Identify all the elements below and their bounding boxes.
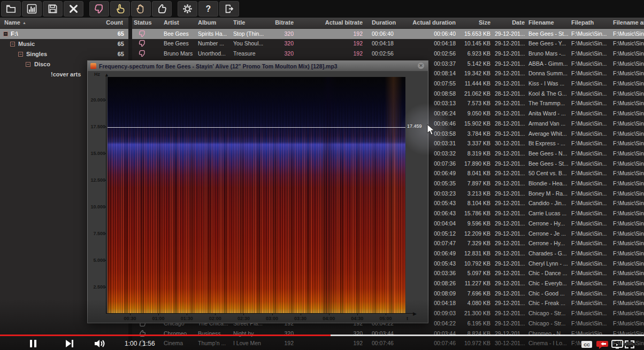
- cell-actual_bitrate: 192: [317, 49, 363, 59]
- mark-fake-button[interactable]: [89, 1, 109, 17]
- volume-button[interactable]: [94, 338, 108, 349]
- toolbar-separator: [85, 1, 89, 17]
- cards-button[interactable]: [596, 340, 609, 350]
- tree-expand-icon[interactable]: −: [10, 42, 15, 46]
- help-button[interactable]: ?: [198, 1, 218, 17]
- cell-size: 12.831 KB: [459, 248, 490, 259]
- cell-filepath: F:\Music\Sin...: [571, 329, 610, 339]
- tree-expand-icon[interactable]: −: [18, 52, 23, 57]
- tree-expand-icon[interactable]: −: [3, 32, 8, 36]
- column-header-date[interactable]: Date: [495, 19, 525, 26]
- save-button[interactable]: [43, 1, 63, 17]
- x-tick-label: 02:00: [204, 316, 226, 321]
- cell-size: 5.142 KB: [459, 59, 490, 69]
- cell-album: Unorthod...: [198, 49, 231, 59]
- cell-artist: Cinema: [164, 338, 197, 348]
- mark-good-button[interactable]: [152, 1, 172, 17]
- y-tick-label: 7.500: [88, 231, 105, 236]
- column-header-size[interactable]: Size: [459, 19, 490, 26]
- cell-filename_and_path: F:\Music\Singl: [613, 59, 644, 69]
- cell-filename_and_path: F:\Music\Singl: [613, 278, 644, 289]
- cell-size: 21.300 KB: [459, 308, 490, 318]
- cell-date: 29-12-201...: [495, 289, 525, 299]
- cell-filepath: F:\Music\Sin...: [571, 308, 610, 318]
- miniplayer-icon: [611, 340, 623, 349]
- cell-date: 29-12-201...: [495, 229, 525, 239]
- tree-item-label: F:\: [11, 29, 18, 39]
- column-header-album[interactable]: Album: [198, 19, 231, 26]
- cell-filepath: F:\Music\Sin...: [571, 49, 610, 59]
- miniplayer-button[interactable]: [611, 340, 623, 350]
- cell-filename: Chicago - Str...: [528, 308, 569, 318]
- cell-filename: Kiss - I Was ...: [528, 79, 569, 89]
- next-button[interactable]: [64, 338, 75, 349]
- thumb-down-icon: [94, 4, 104, 14]
- fullscreen-button[interactable]: [625, 340, 634, 350]
- spectrogram-window-titlebar[interactable]: Frequency-spectrum for Bee Gees - Stayin…: [88, 61, 428, 71]
- cell-filename_and_path: F:\Music\Singl: [613, 198, 644, 208]
- cell-size: 3.213 KB: [459, 189, 490, 199]
- table-row[interactable]: Bee GeesSpirits Ha...Stop (Thin...320192…: [132, 29, 644, 39]
- cell-date: 29-12-201...: [495, 38, 525, 49]
- column-header-bitrate[interactable]: Bitrate: [270, 19, 294, 26]
- column-header-title[interactable]: Title: [233, 19, 270, 26]
- cell-filename: ABBA - Gimm...: [528, 59, 569, 69]
- x-axis-end-label: t: [407, 316, 408, 321]
- cell-actual_duration: 00:04:18: [405, 38, 456, 49]
- tree-item-f-[interactable]: −F:\65: [0, 29, 128, 39]
- cell-filename_and_path: F:\Music\Singl: [613, 318, 644, 329]
- cell-filepath: F:\Music\Sin...: [571, 278, 610, 289]
- delete-button[interactable]: [64, 1, 83, 17]
- column-header-duration[interactable]: Duration: [372, 19, 409, 26]
- cell-filename: Carrie Lucas ...: [528, 208, 569, 219]
- x-tick-mark: [301, 313, 301, 315]
- tree-item-singles[interactable]: −Singles65: [0, 49, 128, 59]
- spectrogram-plot[interactable]: [108, 77, 405, 313]
- cell-date: 29-12-201...: [495, 318, 525, 329]
- cell-filepath: F:\Music\Sin...: [571, 119, 610, 129]
- mouse-cursor: [427, 124, 435, 136]
- y-tick-mark: [104, 234, 106, 234]
- pause-button[interactable]: [28, 338, 39, 349]
- mark-suspicious-button[interactable]: [110, 1, 130, 17]
- column-header-filepath[interactable]: Filepath: [571, 19, 610, 26]
- mark-hold-button[interactable]: [131, 1, 151, 17]
- tree-expand-icon[interactable]: −: [26, 62, 30, 67]
- tree-item-music[interactable]: −Music65: [0, 39, 128, 49]
- y-tick-label: 17.500: [88, 124, 105, 129]
- tree-item-label: Singles: [26, 49, 47, 59]
- column-header-artist[interactable]: Artist: [164, 19, 197, 26]
- spectrum-chart-button[interactable]: [22, 1, 42, 17]
- exit-button[interactable]: [219, 1, 239, 17]
- cell-filepath: F:\Music\Sin...: [571, 138, 610, 149]
- cell-filename: Chic - Good ...: [528, 289, 569, 299]
- cell-filename_and_path: F:\Music\Singl: [613, 238, 644, 248]
- subtitles-button[interactable]: CC: [581, 340, 593, 350]
- cell-filename_and_path: F:\Music\Singl: [613, 108, 644, 119]
- video-progress-played[interactable]: [0, 335, 331, 336]
- sort-arrow-icon: ▲: [22, 21, 26, 25]
- cell-date: 29-12-201...: [495, 159, 525, 169]
- tree-header-name[interactable]: Name▲: [4, 19, 26, 26]
- close-icon[interactable]: ✕: [418, 63, 424, 69]
- cell-actual_duration: 00:06:40: [405, 29, 456, 39]
- cell-size: 6.195 KB: [459, 318, 490, 329]
- tree-header-count[interactable]: Count: [106, 19, 123, 26]
- video-progress-remaining[interactable]: [331, 335, 644, 336]
- column-header-status[interactable]: Status▲: [134, 19, 154, 26]
- table-row[interactable]: Bee GeesNumber ...You Shoul...32019200:0…: [132, 38, 644, 49]
- cell-size: 7.573 KB: [459, 98, 490, 108]
- column-header-actual_duration[interactable]: Actual duration: [405, 19, 456, 26]
- table-header-row: Status▲ArtistAlbumTitleBitrateActual bit…: [132, 18, 644, 29]
- settings-button[interactable]: [178, 1, 197, 17]
- column-header-filename[interactable]: Filename: [528, 19, 569, 26]
- cell-filename: 50 Cent vs. B...: [528, 168, 569, 178]
- column-header-filename_and_path[interactable]: Filename and: [613, 19, 644, 26]
- cell-duration: 00:07:46: [372, 338, 409, 348]
- cell-date: 29-12-201...: [495, 168, 525, 178]
- table-row[interactable]: Bruno MarsUnorthod...Treasure32019200:02…: [132, 49, 644, 59]
- column-header-actual_bitrate[interactable]: Actual bitrate: [317, 19, 363, 26]
- table-row[interactable]: CinemaThump'n ...I Love Men19219200:07:4…: [132, 338, 644, 348]
- open-folder-button[interactable]: [1, 1, 21, 17]
- table-row[interactable]: ChromeoBusiness ...Night by ...32032000:…: [132, 329, 644, 339]
